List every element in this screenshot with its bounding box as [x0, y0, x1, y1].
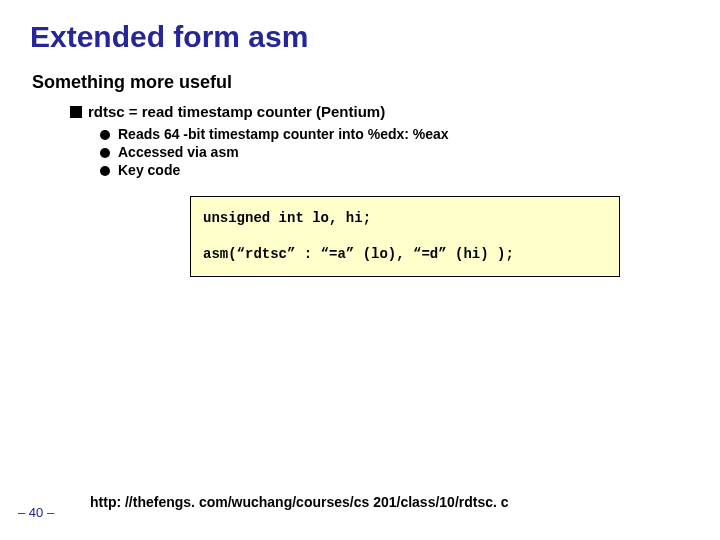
- list-item-text: Reads 64 -bit timestamp counter into %ed…: [118, 126, 449, 142]
- circle-bullet-icon: [100, 166, 110, 176]
- list-item: Reads 64 -bit timestamp counter into %ed…: [100, 126, 690, 142]
- section-heading: Something more useful: [32, 72, 690, 93]
- list-item: Key code: [100, 162, 690, 178]
- list-item-text: Key code: [118, 162, 180, 178]
- list-item-text: rdtsc = read timestamp counter (Pentium): [88, 103, 385, 120]
- square-bullet-icon: [70, 106, 82, 118]
- page-number: – 40 –: [18, 505, 54, 520]
- list-item-text: Accessed via asm: [118, 144, 239, 160]
- code-line: asm(“rdtsc” : “=a” (lo), “=d” (hi) );: [203, 243, 607, 265]
- list-item: Accessed via asm: [100, 144, 690, 160]
- footer-url: http: //thefengs. com/wuchang/courses/cs…: [90, 494, 509, 510]
- circle-bullet-icon: [100, 130, 110, 140]
- code-block: unsigned int lo, hi; asm(“rdtsc” : “=a” …: [190, 196, 620, 277]
- slide-title: Extended form asm: [30, 20, 690, 54]
- circle-bullet-icon: [100, 148, 110, 158]
- code-line: unsigned int lo, hi;: [203, 207, 607, 229]
- list-item: rdtsc = read timestamp counter (Pentium): [70, 103, 690, 120]
